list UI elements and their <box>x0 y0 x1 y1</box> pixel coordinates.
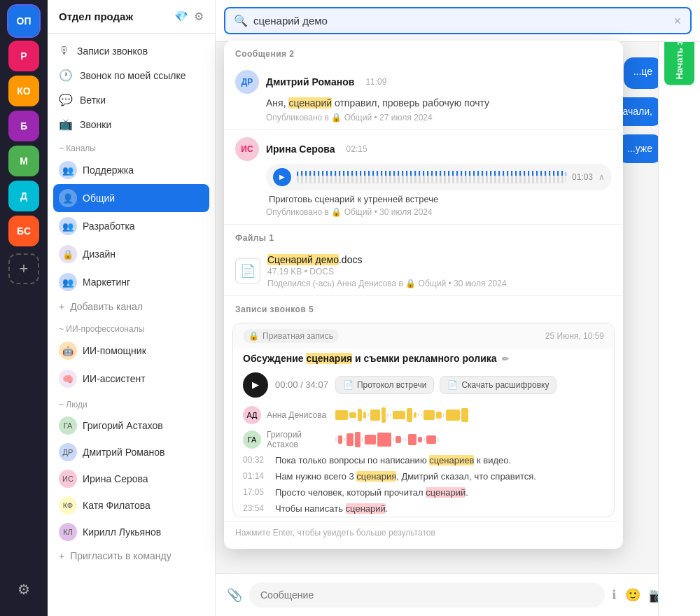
workspace-avatar-ko[interactable]: КО <box>8 76 39 106</box>
emoji-icon[interactable]: 🙂 <box>625 587 640 603</box>
waveform-bar <box>461 408 468 422</box>
plus-icon: + <box>59 301 64 312</box>
sidebar-item-call-records[interactable]: 🎙 Записи звонков <box>48 39 215 63</box>
plus-icon: + <box>59 550 64 561</box>
person-name: Катя Филатова <box>83 500 150 511</box>
channel-item-marketing[interactable]: 👥 Маркетинг <box>48 268 215 296</box>
sidebar-item-threads[interactable]: 💬 Ветки <box>48 88 215 112</box>
search-input[interactable] <box>253 15 668 27</box>
workspace-avatar-m[interactable]: М <box>8 146 39 176</box>
calls-section-label: Записи звонков 5 <box>224 296 623 318</box>
file-meta: 47.19 KB • DOCS <box>267 267 507 276</box>
search-footer: Нажмите Enter, чтобы увидеть больше резу… <box>224 522 623 543</box>
person-name: Григорий Астахов <box>83 420 163 431</box>
channel-item-general[interactable]: 👤 Общий <box>53 184 209 212</box>
transcript-time: 17:05 <box>243 487 268 497</box>
waveform-bar <box>363 412 366 419</box>
calls-icon: 📺 <box>59 118 73 131</box>
search-input-wrap[interactable]: 🔍 ✕ <box>224 7 692 34</box>
title-highlight: сценария <box>306 353 352 364</box>
sidebar-item-label: Звонок по моей ссылке <box>80 70 186 81</box>
transcript-time: 01:14 <box>243 471 268 481</box>
transcript-text: Нам нужно всего 3 сценария, Дмитрий сказ… <box>275 471 536 482</box>
clock-icon: 🕐 <box>59 69 73 82</box>
channel-item-dev[interactable]: 👥 Разработка <box>48 212 215 240</box>
attach-icon[interactable]: 📎 <box>227 587 242 603</box>
call-title: Обсуждение сценария и съемки рекламного … <box>233 349 614 367</box>
workspace-avatar-b[interactable]: Б <box>8 111 39 141</box>
waveform-anna <box>335 406 604 424</box>
waveform-bar <box>368 413 369 416</box>
waveform-bar <box>338 435 342 444</box>
person-avatar: ГА <box>59 416 77 435</box>
channel-item-ai-helper[interactable]: 🤖 ИИ-помощник <box>48 337 215 365</box>
people-item-dmitriy[interactable]: ДР Дмитрий Романов <box>48 439 215 465</box>
add-channel-button[interactable]: + Добавить канал <box>48 296 215 317</box>
waveform-bar <box>396 436 401 443</box>
settings-icon[interactable]: ⚙ <box>8 574 39 605</box>
file-icon: 📄 <box>235 258 260 284</box>
person-avatar: ИС <box>59 470 77 488</box>
add-channel-label: Добавить канал <box>70 301 143 312</box>
workspace-avatar-bs[interactable]: БС <box>8 216 39 246</box>
chat-message-input[interactable] <box>249 582 605 608</box>
message-header-1: ДР Дмитрий Романов 11:09 <box>235 70 612 94</box>
people-item-katya[interactable]: КФ Катя Филатова <box>48 492 215 519</box>
waveform-bar <box>335 410 348 420</box>
file-info: Сценарий демо.docs 47.19 KB • DOCS Подел… <box>267 254 507 288</box>
voice-play-button[interactable]: ▶ <box>273 168 291 186</box>
people-item-irina[interactable]: ИС Ирина Серова <box>48 465 215 492</box>
info-icon[interactable]: ℹ <box>612 587 617 603</box>
workspace-avatar-r[interactable]: Р <box>8 41 39 71</box>
call-play-button[interactable]: ▶ <box>243 372 268 398</box>
mic-icon: 🎙 <box>59 45 70 57</box>
sidebar-item-label: Звонки <box>80 119 111 130</box>
channel-item-ai-assistant[interactable]: 🧠 ИИ-ассистент <box>48 365 215 393</box>
voice-chevron-icon[interactable]: ∧ <box>598 172 605 182</box>
sidebar-item-my-link[interactable]: 🕐 Звонок по моей ссылке <box>48 63 215 88</box>
highlight-text: сценариев <box>429 455 474 465</box>
channel-item-support[interactable]: 👥 Поддержка <box>48 156 215 184</box>
meeting-protocol-button[interactable]: 📄 Протокол встречи <box>335 376 435 394</box>
workspace-avatar-op[interactable]: ОП <box>8 6 39 36</box>
message-header-2: ИС Ирина Серова 02:15 <box>235 137 612 161</box>
transcript-label: Скачать расшифровку <box>461 380 549 390</box>
edit-icon[interactable]: ✏ <box>502 354 509 364</box>
channel-item-design[interactable]: 🔒 Дизайн <box>48 240 215 268</box>
transcript-text: Пока только вопросы по написанию сценари… <box>275 455 511 465</box>
highlight-text: сценарий <box>346 503 386 514</box>
chat-bubble: ...уже <box>617 134 662 163</box>
waveform-bar <box>365 435 376 444</box>
person-avatar-gregory: ГА <box>243 430 261 449</box>
person-name: Кирилл Лукьянов <box>83 526 161 538</box>
sidebar-header-icons: 💎 ⚙ <box>174 10 204 23</box>
add-workspace-button[interactable]: + <box>8 253 39 284</box>
workspace-avatar-d[interactable]: Д <box>8 181 39 211</box>
person-avatar: КЛ <box>59 523 77 541</box>
person-avatar: ДР <box>59 443 77 461</box>
clear-search-button[interactable]: ✕ <box>673 15 682 27</box>
voice-message: ▶ 01:03 ∧ Приготовь сценарий к утренней … <box>235 164 612 204</box>
settings-icon[interactable]: ⚙ <box>194 10 204 23</box>
message-text-1: Аня, сценарий отправил, проверь рабочую … <box>235 97 612 111</box>
message-result-1[interactable]: ДР Дмитрий Романов 11:09 Аня, сценарий о… <box>224 63 623 130</box>
call-date: 25 Июня, 10:59 <box>545 331 604 341</box>
file-name-highlight: Сценарий демо <box>267 254 339 265</box>
transcript-text: Чтобы написать сценарий. <box>275 503 388 514</box>
message-result-2[interactable]: ИС Ирина Серова 02:15 ▶ 01:03 ∧ Приготов… <box>224 130 623 225</box>
sidebar-item-label: Записи звонков <box>77 46 148 57</box>
sidebar-item-calls[interactable]: 📺 Звонки <box>48 112 215 136</box>
ai-avatar: 🧠 <box>59 370 77 388</box>
waveform-bar <box>390 414 391 416</box>
invite-team-button[interactable]: + Пригласить в команду <box>48 545 215 566</box>
waveform-bar <box>349 412 356 418</box>
person-avatar-anna: АД <box>243 406 261 424</box>
person-name-gregory: Григорий Астахов <box>267 430 330 449</box>
transcript-item-4: 23:54 Чтобы написать сценарий. <box>233 500 614 517</box>
people-item-grigoriy[interactable]: ГА Григорий Астахов <box>48 412 215 439</box>
ai-avatar: 🤖 <box>59 342 77 360</box>
people-item-kirill[interactable]: КЛ Кирилл Лукьянов <box>48 519 215 545</box>
sender-name-2: Ирина Серова <box>266 144 335 155</box>
file-result-1[interactable]: 📄 Сценарий демо.docs 47.19 KB • DOCS Под… <box>224 247 623 296</box>
download-transcript-button[interactable]: 📄 Скачать расшифровку <box>440 376 556 394</box>
